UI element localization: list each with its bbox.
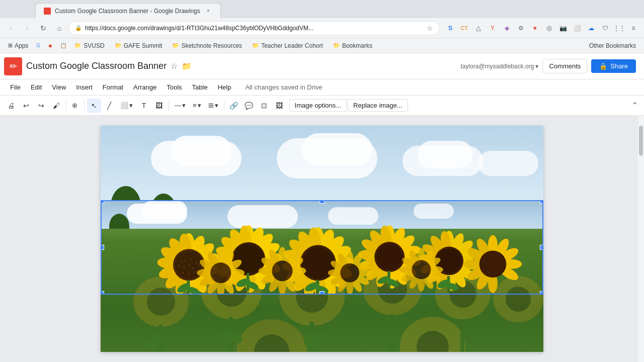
svg-point-47 xyxy=(185,260,187,261)
active-tab[interactable]: Custom Google Classroom Banner - Google … xyxy=(35,3,221,18)
ext-chrome-icon[interactable]: ◎ xyxy=(542,22,555,35)
menu-format[interactable]: Format xyxy=(99,81,127,93)
bookmark-gafe[interactable]: 📁 GAFE Summit xyxy=(111,41,167,50)
svg-point-43 xyxy=(188,264,190,265)
handle-bottom-left[interactable] xyxy=(101,291,104,295)
ext-cloud-icon[interactable]: ☁ xyxy=(585,22,598,35)
ext-y-icon[interactable]: Y xyxy=(486,22,499,35)
ext-drive-icon[interactable]: △ xyxy=(472,22,485,35)
ext-apps-icon[interactable]: ⋮⋮ xyxy=(613,22,626,35)
share-button[interactable]: 🔒 Share xyxy=(591,59,636,73)
autosave-message: All changes saved in Drive xyxy=(245,83,322,91)
link-tool[interactable]: 🔗 xyxy=(227,99,241,113)
folder-icon[interactable]: 📁 xyxy=(182,61,192,71)
ext-gear-icon[interactable]: ⚙ xyxy=(514,22,527,35)
align-dropdown[interactable]: ≡ ▾ xyxy=(190,101,204,110)
tab-bar: Custom Google Classroom Banner - Google … xyxy=(0,0,644,18)
handle-top-left[interactable] xyxy=(101,200,104,204)
svg-point-53 xyxy=(198,264,200,265)
redo-button[interactable]: ↪ xyxy=(34,99,48,113)
ext-heart-icon[interactable]: ♥ xyxy=(528,22,541,35)
comment-tool[interactable]: 💬 xyxy=(242,99,256,113)
bookmark-sketchnote-label: Sketchnote Resources xyxy=(181,42,242,49)
star-icon[interactable]: ☆ xyxy=(171,61,178,71)
svg-point-52 xyxy=(188,273,190,275)
shapes-dropdown[interactable]: ⬜ ▾ xyxy=(117,101,136,110)
handle-bottom-center[interactable] xyxy=(319,291,325,295)
bookmark-favicon2[interactable]: ◆ xyxy=(46,42,56,49)
canvas-area[interactable] xyxy=(0,116,644,362)
bookmark-favicon1[interactable]: G xyxy=(34,42,44,49)
app-title-area: Custom Google Classroom Banner ☆ 📁 xyxy=(26,61,457,71)
toolbar-collapse-button[interactable]: ⌃ xyxy=(629,99,640,112)
line-style-dropdown[interactable]: — ▾ xyxy=(172,101,189,110)
comments-button[interactable]: Comments xyxy=(542,59,587,73)
tab-close-button[interactable]: × xyxy=(204,7,212,15)
bookmark-svusd[interactable]: 📁 SVUSD xyxy=(70,41,108,50)
bookmark-svusd-label: SVUSD xyxy=(84,42,104,49)
menu-help[interactable]: Help xyxy=(214,81,235,93)
ext-wolf-icon[interactable]: ◈ xyxy=(500,22,513,35)
bookmark-bookmarks[interactable]: 📁 Bookmarks xyxy=(329,41,376,50)
svg-point-44 xyxy=(192,267,194,269)
ext-s-icon[interactable]: S xyxy=(444,22,457,35)
menu-table[interactable]: Table xyxy=(188,81,212,93)
ext-screencast-icon[interactable]: 📷 xyxy=(556,22,570,35)
forward-button[interactable]: › xyxy=(20,21,34,35)
background-image-full xyxy=(101,126,543,352)
bookmark-apps[interactable]: ⊞ Apps xyxy=(4,41,32,50)
print-button[interactable]: 🖨 xyxy=(4,99,18,113)
arrange-dropdown[interactable]: ⊞ ▾ xyxy=(205,101,221,110)
scrollbar-thumb[interactable] xyxy=(639,126,643,156)
image-options-icon[interactable]: 🖼 xyxy=(272,99,286,113)
ext-shield-icon[interactable]: 🛡 xyxy=(599,22,612,35)
selected-image[interactable] xyxy=(101,200,543,295)
select-tool[interactable]: ↖ xyxy=(87,99,101,113)
menu-file[interactable]: File xyxy=(6,81,25,93)
bookmark-star-icon[interactable]: ☆ xyxy=(427,24,433,32)
menu-edit[interactable]: Edit xyxy=(27,81,46,93)
url-text: https://docs.google.com/drawings/d/1-RTt… xyxy=(85,25,422,32)
image-tool[interactable]: 🖼 xyxy=(152,99,166,113)
app-logo: ✏ xyxy=(4,57,22,75)
image-options-button[interactable]: Image options... xyxy=(289,99,347,112)
home-button[interactable]: ⌂ xyxy=(52,21,66,35)
svg-point-190 xyxy=(412,260,431,279)
bookmark-sketchnote[interactable]: 📁 Sketchnote Resources xyxy=(168,41,246,50)
menu-arrange[interactable]: Arrange xyxy=(129,81,160,93)
zoom-dropdown[interactable]: ⊕ xyxy=(69,101,82,110)
menu-view[interactable]: View xyxy=(48,81,70,93)
ext-ct-icon[interactable]: CT xyxy=(458,22,471,35)
back-button[interactable]: ‹ xyxy=(4,21,18,35)
right-scrollbar[interactable] xyxy=(638,116,644,362)
handle-mid-right[interactable] xyxy=(540,245,543,250)
share-label: Share xyxy=(610,62,628,70)
sunflower-crop-image xyxy=(102,201,542,294)
crop-tool[interactable]: ⊡ xyxy=(257,99,271,113)
chrome-menu-icon[interactable]: ≡ xyxy=(627,22,640,35)
text-tool[interactable]: T xyxy=(137,99,151,113)
user-email[interactable]: taylora@mysaddleback.org ▾ xyxy=(461,63,539,70)
browser-frame: Custom Google Classroom Banner - Google … xyxy=(0,0,644,362)
replace-image-button[interactable]: Replace image... xyxy=(348,99,408,112)
extensions-area: S CT △ Y ◈ ⚙ ♥ ◎ 📷 ⬜ ☁ 🛡 ⋮⋮ ≡ xyxy=(444,22,640,35)
undo-button[interactable]: ↩ xyxy=(19,99,33,113)
handle-top-center[interactable] xyxy=(319,200,325,204)
menu-tools[interactable]: Tools xyxy=(163,81,186,93)
paint-format-button[interactable]: 🖌 xyxy=(49,99,63,113)
tab-title: Custom Google Classroom Banner - Google … xyxy=(55,8,200,15)
refresh-button[interactable]: ↻ xyxy=(36,21,50,35)
address-bar[interactable]: 🔒 https://docs.google.com/drawings/d/1-R… xyxy=(68,21,440,35)
toolbar-separator-1 xyxy=(66,101,66,111)
other-bookmarks-btn[interactable]: Other Bookmarks xyxy=(585,41,640,50)
handle-mid-left[interactable] xyxy=(101,245,104,250)
handle-bottom-right[interactable] xyxy=(540,291,543,295)
line-tool[interactable]: ╱ xyxy=(102,99,116,113)
menu-insert[interactable]: Insert xyxy=(72,81,97,93)
bookmark-teacher[interactable]: 📁 Teacher Leader Cohort xyxy=(248,41,327,50)
handle-top-right[interactable] xyxy=(540,200,543,204)
line-style-arrow: ▾ xyxy=(182,102,186,109)
ext-box-icon[interactable]: ⬜ xyxy=(571,22,584,35)
bookmark-favicon3[interactable]: 📋 xyxy=(58,42,68,49)
apps-grid-icon: ⊞ xyxy=(8,42,13,49)
